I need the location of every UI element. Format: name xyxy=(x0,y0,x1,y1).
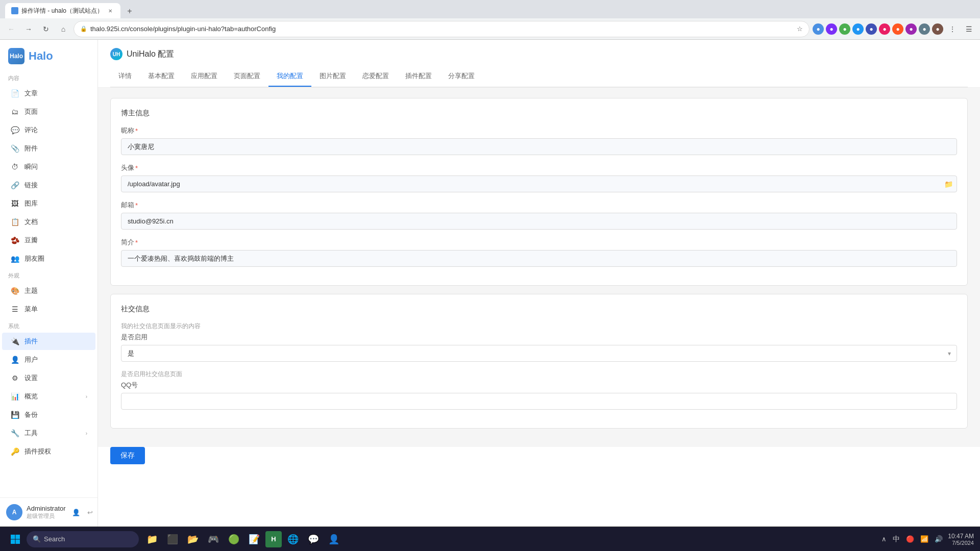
home-button[interactable]: ⌂ xyxy=(56,22,70,36)
sidebar-item-docs[interactable]: 📋 文档 xyxy=(2,213,95,231)
sidebar-label-users: 用户 xyxy=(24,355,38,364)
reload-button[interactable]: ↻ xyxy=(39,22,53,36)
sidebar-item-users[interactable]: 👤 用户 xyxy=(2,351,95,368)
tools-arrow-icon: › xyxy=(86,431,87,436)
user-logout-button[interactable]: ↩ xyxy=(84,506,96,518)
ext-icon-9[interactable]: ● xyxy=(919,23,930,35)
taskbar-app-game[interactable]: 🎮 xyxy=(204,530,223,548)
tray-datetime[interactable]: 10:47 AM 7/5/2024 xyxy=(948,533,974,546)
taskbar-app-chat[interactable]: 💬 xyxy=(304,530,323,548)
bio-input[interactable] xyxy=(121,250,957,267)
extensions-button[interactable]: ⋮ xyxy=(945,22,960,36)
ext-icon-10[interactable]: ● xyxy=(932,23,943,35)
tray-time: 10:47 AM xyxy=(948,533,974,540)
ext-icon-7[interactable]: ● xyxy=(892,23,903,35)
links-icon: 🔗 xyxy=(10,181,19,190)
sidebar-item-themes[interactable]: 🎨 主题 xyxy=(2,282,95,299)
avatar-input[interactable] xyxy=(121,176,957,192)
tab-detail[interactable]: 详情 xyxy=(110,66,140,87)
taskbar-app-h[interactable]: H xyxy=(265,531,282,547)
sidebar-item-tools[interactable]: 🔧 工具 › xyxy=(2,424,95,442)
sidebar-item-attachments[interactable]: 📎 附件 xyxy=(2,140,95,157)
avatar-initials: A xyxy=(12,509,17,516)
tray-volume-icon[interactable]: 🔊 xyxy=(933,533,945,545)
tools-icon: 🔧 xyxy=(10,429,19,438)
sidebar-label-backup: 备份 xyxy=(24,410,38,419)
browser-tab-active[interactable]: 操作详情 - uhalo（测试站点） ✕ xyxy=(5,3,120,18)
browser-menu-button[interactable]: ☰ xyxy=(962,22,976,36)
bookmark-icon[interactable]: ☆ xyxy=(797,25,803,33)
avatar-input-wrapper: 📁 xyxy=(121,176,957,192)
sidebar-item-backup[interactable]: 💾 备份 xyxy=(2,406,95,423)
taskbar-app-folder[interactable]: 📂 xyxy=(184,530,202,548)
tab-bar: 操作详情 - uhalo（测试站点） ✕ + xyxy=(0,0,980,18)
ext-icon-6[interactable]: ● xyxy=(879,23,890,35)
avatar-field: 头像 * 📁 xyxy=(121,163,957,192)
sidebar-item-plugins[interactable]: 🔌 插件 xyxy=(2,333,95,350)
ext-icon-5[interactable]: ● xyxy=(866,23,877,35)
sidebar-item-moments[interactable]: ⏱ 瞬问 xyxy=(2,158,95,176)
ext-icon-1[interactable]: ● xyxy=(813,23,824,35)
ext-icon-4[interactable]: ● xyxy=(852,23,864,35)
sidebar-item-articles[interactable]: 📄 文章 xyxy=(2,85,95,102)
forward-button[interactable]: → xyxy=(21,22,36,36)
system-section-label: 系统 xyxy=(0,318,97,332)
sidebar-user-section: A Administrator 超级管理员 👤 ↩ xyxy=(0,497,97,527)
qq-input[interactable] xyxy=(121,393,957,410)
sidebar-item-overview[interactable]: 📊 概览 › xyxy=(2,388,95,405)
sidebar-label-links: 链接 xyxy=(24,181,38,190)
tab-app[interactable]: 应用配置 xyxy=(183,66,226,87)
sidebar-item-links[interactable]: 🔗 链接 xyxy=(2,177,95,194)
sidebar-item-menus[interactable]: ☰ 菜单 xyxy=(2,300,95,318)
avatar-browse-button[interactable]: 📁 xyxy=(944,180,953,188)
taskbar-search-bar[interactable]: 🔍 Search xyxy=(27,531,139,547)
save-button[interactable]: 保存 xyxy=(110,447,145,464)
tab-page[interactable]: 页面配置 xyxy=(226,66,268,87)
plugins-icon: 🔌 xyxy=(10,337,19,346)
tab-mine[interactable]: 我的配置 xyxy=(268,66,311,87)
ext-icon-8[interactable]: ● xyxy=(905,23,917,35)
taskbar-app-notes[interactable]: 📝 xyxy=(245,530,263,548)
ext-icon-3[interactable]: ● xyxy=(839,23,850,35)
ext-icon-2[interactable]: ● xyxy=(826,23,837,35)
tab-share[interactable]: 分享配置 xyxy=(440,66,483,87)
start-button[interactable] xyxy=(6,530,24,548)
sidebar-label-themes: 主题 xyxy=(24,286,38,295)
sidebar-item-comments[interactable]: 💬 评论 xyxy=(2,121,95,139)
tray-lang-icon[interactable]: 中 xyxy=(891,533,902,546)
tab-close-button[interactable]: ✕ xyxy=(106,7,114,15)
taskbar-app-terminal[interactable]: ⬛ xyxy=(163,530,182,548)
taskbar-app-chrome[interactable]: 🌐 xyxy=(284,530,302,548)
taskbar-app-person[interactable]: 👤 xyxy=(325,530,343,548)
sidebar-item-friends[interactable]: 👥 朋友圈 xyxy=(2,250,95,267)
address-bar[interactable]: 🔒 thalo.925i.cn/console/plugins/plugin-u… xyxy=(74,21,810,37)
sidebar-item-gallery[interactable]: 🖼 图库 xyxy=(2,195,95,212)
sidebar-item-douban[interactable]: 🫘 豆瓣 xyxy=(2,232,95,249)
nickname-input[interactable] xyxy=(121,138,957,155)
back-button[interactable]: ← xyxy=(4,22,18,36)
douban-icon: 🫘 xyxy=(10,236,19,245)
new-tab-button[interactable]: + xyxy=(122,4,137,18)
taskbar-app-green[interactable]: 🟢 xyxy=(225,530,243,548)
sidebar-item-permissions[interactable]: 🔑 插件授权 xyxy=(2,443,95,460)
tray-chevron-icon[interactable]: ∧ xyxy=(879,533,889,545)
tab-image[interactable]: 图片配置 xyxy=(311,66,354,87)
taskbar-app-file-explorer[interactable]: 📁 xyxy=(143,530,161,548)
sidebar-item-pages[interactable]: 🗂 页面 xyxy=(2,103,95,120)
tray-wifi-icon[interactable]: 📶 xyxy=(918,533,930,545)
sidebar-label-attachments: 附件 xyxy=(24,144,38,153)
enable-select[interactable]: 是 否 xyxy=(121,345,957,362)
friends-icon: 👥 xyxy=(10,254,19,263)
tab-relationship[interactable]: 恋爱配置 xyxy=(354,66,397,87)
email-input[interactable] xyxy=(121,213,957,230)
system-tray-icons: ∧ 中 🔴 📶 🔊 xyxy=(879,533,945,546)
svg-rect-2 xyxy=(11,539,15,544)
sidebar-label-pages: 页面 xyxy=(24,107,38,116)
tab-plugin[interactable]: 插件配置 xyxy=(397,66,440,87)
gallery-icon: 🖼 xyxy=(10,199,19,208)
tab-basic[interactable]: 基本配置 xyxy=(140,66,183,87)
tray-battery-icon[interactable]: 🔴 xyxy=(904,533,916,545)
social-note: 我的社交信息页面显示的内容 xyxy=(121,322,957,331)
user-profile-button[interactable]: 👤 xyxy=(70,506,82,518)
sidebar-item-settings[interactable]: ⚙ 设置 xyxy=(2,369,95,387)
